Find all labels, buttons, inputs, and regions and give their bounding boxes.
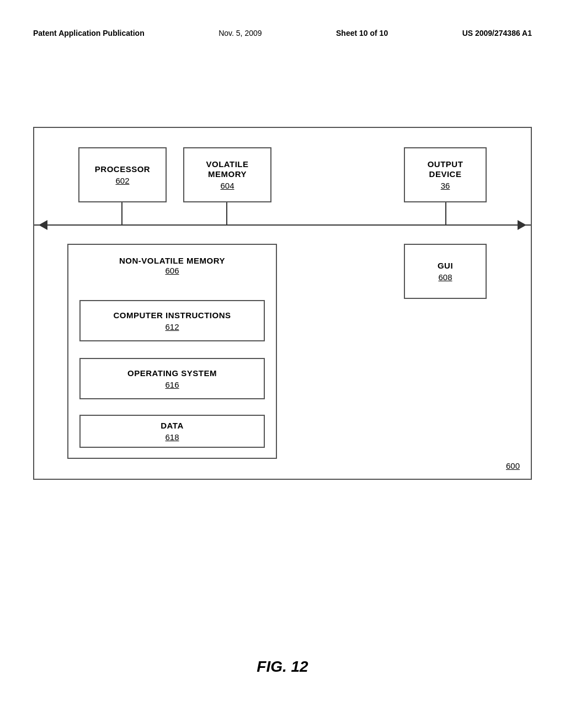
connector-volatile	[226, 202, 227, 226]
operating-system-number: 616	[165, 380, 179, 389]
connector-processor	[121, 202, 122, 226]
volatile-memory-title: VOLATILE MEMORY	[206, 159, 248, 179]
operating-system-box: OPERATING SYSTEM 616	[79, 358, 265, 399]
gui-box: GUI 608	[404, 244, 487, 299]
processor-title: PROCESSOR	[95, 164, 150, 174]
gui-number: 608	[438, 272, 452, 282]
operating-system-title: OPERATING SYSTEM	[127, 368, 217, 378]
processor-number: 602	[115, 176, 129, 185]
volatile-memory-box: VOLATILE MEMORY 604	[183, 147, 271, 202]
figure-label: FIG. 12	[0, 658, 565, 676]
volatile-memory-number: 604	[220, 181, 234, 190]
ref-600: 600	[506, 461, 520, 470]
non-volatile-number: 606	[165, 266, 179, 275]
header-patent-number: US 2009/274386 A1	[462, 29, 532, 38]
bus-line	[34, 224, 531, 226]
diagram-container: PROCESSOR 602 VOLATILE MEMORY 604 OUTPUT…	[33, 127, 532, 480]
data-title: DATA	[161, 421, 183, 431]
gui-title: GUI	[438, 261, 453, 271]
data-box: DATA 618	[79, 415, 265, 448]
non-volatile-title: NON-VOLATILE MEMORY	[119, 256, 225, 265]
computer-instructions-number: 612	[165, 322, 179, 331]
non-volatile-memory-box: NON-VOLATILE MEMORY 606 COMPUTER INSTRUC…	[67, 244, 277, 459]
output-device-box: OUTPUT DEVICE 36	[404, 147, 487, 202]
connector-output	[445, 202, 446, 226]
header-sheet: Sheet 10 of 10	[336, 29, 388, 38]
patent-page: Patent Application Publication Nov. 5, 2…	[0, 0, 565, 728]
header-publication-label: Patent Application Publication	[33, 29, 145, 38]
arrow-left-icon	[39, 220, 47, 230]
computer-instructions-title: COMPUTER INSTRUCTIONS	[114, 311, 231, 320]
output-device-number: 36	[441, 181, 450, 190]
arrow-right-icon	[518, 220, 526, 230]
processor-box: PROCESSOR 602	[78, 147, 167, 202]
header: Patent Application Publication Nov. 5, 2…	[33, 29, 532, 38]
computer-instructions-box: COMPUTER INSTRUCTIONS 612	[79, 300, 265, 341]
header-date: Nov. 5, 2009	[218, 29, 262, 38]
output-device-title: OUTPUT DEVICE	[428, 159, 463, 179]
non-volatile-memory-label: NON-VOLATILE MEMORY 606	[79, 256, 265, 276]
data-number: 618	[165, 432, 179, 442]
